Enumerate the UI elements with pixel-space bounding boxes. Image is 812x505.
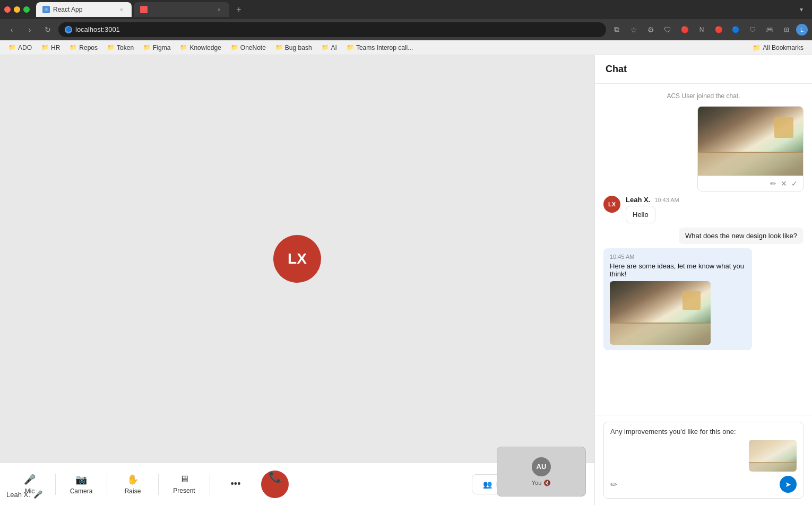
present-icon: 🖥 bbox=[179, 474, 189, 485]
chat-input-image-container bbox=[610, 440, 797, 472]
camera-button[interactable]: 📷 Camera bbox=[60, 469, 102, 499]
image-actions: ✏ ✕ ✓ bbox=[698, 176, 803, 191]
participant-name-text: Leah X. bbox=[6, 491, 30, 499]
self-initials: AU bbox=[537, 463, 547, 471]
video-area: LX Leah X. 🎤 AU You 🔇 🎤 Mic bbox=[0, 55, 594, 505]
message-header: Leah X. 10:43 AM bbox=[626, 196, 804, 204]
ms-logo[interactable]: ⊞ bbox=[779, 22, 794, 37]
bookmark-label: Token bbox=[117, 44, 134, 51]
people-icon: 👥 bbox=[483, 480, 492, 489]
app-container: LX Leah X. 🎤 AU You 🔇 🎤 Mic bbox=[0, 55, 812, 505]
bookmark-figma[interactable]: 📁 Figma bbox=[139, 43, 175, 53]
more-button[interactable]: ••• bbox=[214, 474, 257, 494]
address-bar: ‹ › ↻ 🔵 localhost:3001 ⧉ ☆ ⚙ 🛡 🔴 N 🔴 🔵 🛡… bbox=[0, 19, 812, 40]
folder-icon: 📁 bbox=[231, 44, 238, 51]
video-main: LX bbox=[0, 55, 594, 463]
new-tab-button[interactable]: + bbox=[231, 2, 246, 17]
bookmark-label: HR bbox=[51, 44, 60, 51]
raise-button[interactable]: ✋ Raise bbox=[111, 469, 154, 499]
folder-icon: 📁 bbox=[180, 44, 187, 51]
extension-5[interactable]: 🛡 bbox=[745, 22, 760, 37]
tab-bar-right: ▾ bbox=[795, 3, 808, 16]
camera-icon: 📷 bbox=[75, 474, 87, 485]
extension-4[interactable]: 🔵 bbox=[728, 22, 743, 37]
more-icon: ••• bbox=[231, 478, 241, 490]
question-text: What does the new design look like? bbox=[685, 232, 797, 240]
bookmark-repos[interactable]: 📁 Repos bbox=[65, 43, 102, 53]
bookmark-star-icon[interactable]: ☆ bbox=[626, 22, 641, 37]
present-button[interactable]: 🖥 Present bbox=[163, 469, 205, 499]
chat-messages: ACS User joined the chat. ✏ ✕ bbox=[595, 84, 812, 415]
camera-label: Camera bbox=[70, 487, 93, 495]
bookmark-ado[interactable]: 📁 ADO bbox=[4, 43, 36, 53]
bookmark-knowledge[interactable]: 📁 Knowledge bbox=[176, 43, 225, 53]
reload-button[interactable]: ↻ bbox=[40, 22, 55, 37]
divider-1 bbox=[55, 474, 56, 495]
inactive-favicon bbox=[140, 6, 148, 13]
bookmark-label: Teams Interop call... bbox=[356, 44, 413, 51]
browser-chrome: ⚛ React App × × + ▾ ‹ › ↻ 🔵 localhost:30… bbox=[0, 0, 812, 55]
bookmark-label: AI bbox=[331, 44, 337, 51]
system-message-text: ACS User joined the chat. bbox=[667, 92, 740, 100]
cancel-image-icon[interactable]: ✕ bbox=[781, 179, 787, 188]
extension-3[interactable]: 🔴 bbox=[711, 22, 726, 37]
shield-icon[interactable]: 🛡 bbox=[660, 22, 675, 37]
tab-bar-menu[interactable]: ▾ bbox=[795, 3, 808, 16]
extension-6[interactable]: 🎮 bbox=[762, 22, 777, 37]
edit-icon[interactable]: ✏ bbox=[770, 179, 776, 188]
sent-image bbox=[698, 107, 804, 176]
chat-input-footer: ✏ ➤ bbox=[610, 476, 797, 493]
participant-name-label: Leah X. 🎤 bbox=[6, 490, 42, 499]
bookmark-bugbash[interactable]: 📁 Bug bash bbox=[271, 43, 316, 53]
traffic-lights bbox=[4, 6, 30, 13]
bookmark-hr[interactable]: 📁 HR bbox=[37, 43, 64, 53]
bookmark-label: Figma bbox=[153, 44, 170, 51]
leah-initials: LX bbox=[608, 201, 616, 207]
all-bookmarks-btn[interactable]: 📁 All Bookmarks bbox=[748, 43, 808, 53]
address-input[interactable]: 🔵 localhost:3001 bbox=[58, 22, 606, 37]
format-icon[interactable]: ✏ bbox=[610, 480, 617, 490]
sender-name: Leah X. bbox=[626, 196, 650, 204]
bookmark-teams[interactable]: 📁 Teams Interop call... bbox=[342, 43, 417, 53]
self-label-text: You bbox=[532, 480, 542, 486]
chat-title: Chat bbox=[606, 64, 627, 74]
extension-1[interactable]: 🔴 bbox=[677, 22, 692, 37]
mic-muted-icon: 🎤 bbox=[33, 490, 42, 499]
participant-avatar: LX bbox=[273, 235, 321, 283]
extensions-icon[interactable]: ⧉ bbox=[609, 22, 624, 37]
settings-icon[interactable]: ⚙ bbox=[643, 22, 658, 37]
extension-2[interactable]: N bbox=[694, 22, 709, 37]
end-call-button[interactable]: 📞 bbox=[261, 471, 289, 498]
raise-icon: ✋ bbox=[127, 474, 139, 485]
ideas-time: 10:45 AM bbox=[610, 254, 746, 260]
tab-close-button[interactable]: × bbox=[118, 6, 125, 13]
message-time: 10:43 AM bbox=[654, 197, 679, 203]
self-mic-icon: 🔇 bbox=[543, 480, 551, 486]
chat-attached-image bbox=[749, 440, 797, 472]
active-tab[interactable]: ⚛ React App × bbox=[36, 2, 132, 17]
inactive-tab-close[interactable]: × bbox=[215, 6, 223, 13]
raise-label: Raise bbox=[125, 487, 141, 495]
bookmark-onenote[interactable]: 📁 OneNote bbox=[227, 43, 270, 53]
all-bookmarks: 📁 All Bookmarks bbox=[748, 43, 808, 53]
folder-icon: 📁 bbox=[41, 44, 49, 51]
confirm-image-icon[interactable]: ✓ bbox=[791, 179, 798, 188]
folder-icon: 📁 bbox=[107, 44, 115, 51]
folder-icon: 📁 bbox=[753, 44, 761, 51]
self-view: AU You 🔇 bbox=[497, 447, 586, 497]
chat-input-text[interactable]: Any improvements you'd like for this one… bbox=[610, 428, 797, 436]
bookmark-token[interactable]: 📁 Token bbox=[103, 43, 138, 53]
profile-icon[interactable]: L bbox=[796, 24, 808, 36]
bookmark-label: Repos bbox=[79, 44, 98, 51]
close-traffic-light[interactable] bbox=[4, 6, 11, 13]
minimize-traffic-light[interactable] bbox=[14, 6, 20, 13]
maximize-traffic-light[interactable] bbox=[23, 6, 30, 13]
message-text: Hello bbox=[633, 211, 649, 219]
bookmark-ai[interactable]: 📁 AI bbox=[317, 43, 341, 53]
forward-button[interactable]: › bbox=[22, 22, 37, 37]
self-avatar: AU bbox=[532, 457, 551, 476]
kitchen-image bbox=[698, 107, 804, 176]
back-button[interactable]: ‹ bbox=[4, 22, 19, 37]
send-button[interactable]: ➤ bbox=[780, 476, 797, 493]
chat-header: Chat bbox=[595, 55, 812, 84]
